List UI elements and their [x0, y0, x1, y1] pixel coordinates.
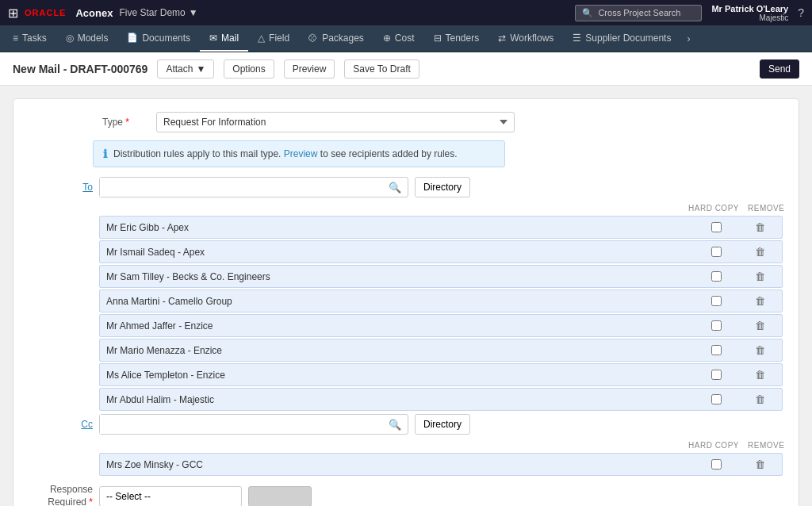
to-row: To 🔍 Directory	[29, 177, 783, 197]
cc-input[interactable]	[100, 415, 382, 434]
to-recipient-3-remove[interactable]: 🗑	[752, 293, 768, 309]
nav-item-tenders[interactable]: ⊟ Tenders	[424, 25, 489, 52]
to-recipient-3: Anna Martini - Camello Group 🗑	[99, 289, 783, 312]
to-recipient-0-checkbox[interactable]	[711, 222, 722, 232]
nav-item-cost[interactable]: ⊕ Cost	[373, 25, 424, 52]
to-recipient-0-remove[interactable]: 🗑	[752, 220, 768, 235]
user-sub: Majestic	[711, 13, 788, 22]
cc-section: Cc 🔍 Directory HARD COPY REMOVE Mrs Zoe …	[29, 414, 783, 476]
nav-item-supplier[interactable]: ☰ Supplier Documents	[563, 25, 680, 52]
top-bar: ⊞ ORACLE Aconex Five Star Demo ▼ 🔍 Cross…	[0, 0, 812, 25]
grid-menu-icon[interactable]: ⊞	[8, 6, 18, 21]
supplier-label: Supplier Documents	[585, 33, 671, 44]
preview-button[interactable]: Preview	[284, 59, 335, 79]
save-draft-button[interactable]: Save To Draft	[344, 59, 419, 79]
to-search-icon: 🔍	[382, 182, 408, 194]
cc-label[interactable]: Cc	[81, 414, 93, 430]
to-remove-header: REMOVE	[748, 204, 779, 213]
to-recipient-1-checkbox[interactable]	[711, 247, 722, 257]
mail-icon: ✉	[209, 33, 217, 44]
cost-icon: ⊕	[383, 33, 391, 44]
to-recipient-1-remove[interactable]: 🗑	[752, 244, 768, 259]
type-select[interactable]: Request For Information General Correspo…	[156, 112, 515, 132]
form-card: Type Request For Information General Cor…	[13, 98, 799, 506]
info-preview-link[interactable]: Preview	[284, 148, 318, 159]
nav-more[interactable]: ›	[680, 25, 696, 52]
response-date-input[interactable]	[248, 486, 312, 506]
options-button[interactable]: Options	[224, 59, 274, 79]
info-banner: ℹ Distribution rules apply to this mail …	[93, 140, 505, 167]
nav-item-models[interactable]: ◎ Models	[56, 25, 118, 52]
attach-label: Attach	[166, 63, 193, 75]
cc-hard-copy-header: HARD COPY	[686, 441, 741, 450]
nav-item-field[interactable]: △ Field	[248, 25, 299, 52]
top-bar-right: 🔍 Cross Project Search Mr Patrick O'Lear…	[575, 4, 804, 22]
nav-item-packages[interactable]: ⛒ Packages	[299, 25, 373, 52]
to-recipient-4: Mr Ahmed Jaffer - Enzice 🗑	[99, 314, 783, 337]
tasks-icon: ≡	[13, 33, 18, 44]
to-recipient-2-checkbox[interactable]	[711, 271, 722, 282]
field-label: Field	[269, 33, 289, 44]
nav-item-tasks[interactable]: ≡ Tasks	[3, 25, 56, 52]
cc-recipient-0-checkbox[interactable]	[711, 459, 722, 470]
nav-item-mail[interactable]: ✉ Mail	[200, 25, 248, 52]
to-recipient-0: Mr Eric Gibb - Apex 🗑	[99, 216, 783, 239]
to-recipient-1: Mr Ismail Sadeq - Apex 🗑	[99, 240, 783, 263]
documents-label: Documents	[142, 33, 190, 44]
response-required-select[interactable]: -- Select -- Yes No	[99, 486, 242, 506]
to-hard-copy-header: HARD COPY	[686, 204, 741, 213]
attach-button[interactable]: Attach ▼	[157, 59, 214, 79]
search-icon: 🔍	[582, 8, 593, 18]
nav-item-workflows[interactable]: ⇄ Workflows	[488, 25, 563, 52]
to-recipient-5: Mr Mario Menazza - Enzice 🗑	[99, 339, 783, 362]
info-text: Distribution rules apply to this mail ty…	[113, 148, 458, 159]
to-table-area: HARD COPY REMOVE Mr Eric Gibb - Apex 🗑 M…	[99, 202, 783, 411]
to-recipient-5-remove[interactable]: 🗑	[752, 343, 768, 358]
to-recipient-2: Mr Sam Tilley - Becks & Co. Engineers 🗑	[99, 265, 783, 288]
to-recipient-4-remove[interactable]: 🗑	[752, 318, 768, 333]
user-name: Mr Patrick O'Leary	[711, 4, 788, 13]
search-box[interactable]: 🔍 Cross Project Search	[575, 5, 702, 21]
to-label[interactable]: To	[82, 177, 93, 193]
to-recipient-5-checkbox[interactable]	[711, 345, 722, 355]
to-recipient-3-checkbox[interactable]	[711, 296, 722, 306]
tasks-label: Tasks	[22, 33, 47, 44]
to-recipient-2-remove[interactable]: 🗑	[752, 269, 768, 284]
to-input[interactable]	[100, 178, 382, 197]
help-icon[interactable]: ?	[798, 6, 804, 19]
to-input-wrap: 🔍	[99, 177, 408, 197]
to-recipient-6-checkbox[interactable]	[711, 370, 722, 380]
models-label: Models	[78, 33, 109, 44]
workflows-label: Workflows	[510, 33, 553, 44]
cc-remove-header: REMOVE	[748, 441, 779, 450]
to-recipient-7: Mr Abdul Halim - Majestic 🗑	[99, 388, 783, 411]
page-title: New Mail - DRAFT-000769	[13, 63, 147, 75]
cc-search-icon: 🔍	[382, 419, 408, 431]
cost-label: Cost	[395, 33, 415, 44]
workflows-icon: ⇄	[498, 33, 506, 44]
cc-recipient-0-remove[interactable]: 🗑	[752, 457, 768, 472]
to-recipient-7-remove[interactable]: 🗑	[752, 392, 768, 407]
nav-item-documents[interactable]: 📄 Documents	[117, 25, 200, 52]
app-name: Aconex	[75, 7, 113, 19]
to-section: To 🔍 Directory HARD COPY REMOVE Mr Eric …	[29, 177, 783, 411]
mail-label: Mail	[221, 33, 239, 44]
project-chevron-icon[interactable]: ▼	[189, 7, 198, 18]
cc-directory-button[interactable]: Directory	[415, 414, 470, 435]
cc-recipient-0: Mrs Zoe Minsky - GCC 🗑	[99, 453, 783, 476]
cc-row: Cc 🔍 Directory	[29, 414, 783, 435]
documents-icon: 📄	[127, 33, 138, 43]
to-recipient-6-remove[interactable]: 🗑	[752, 367, 768, 382]
supplier-icon: ☰	[573, 33, 581, 44]
type-row: Type Request For Information General Cor…	[29, 112, 783, 132]
oracle-logo: ORACLE	[25, 8, 66, 17]
to-recipient-4-checkbox[interactable]	[711, 320, 722, 331]
send-button[interactable]: Send	[760, 59, 799, 79]
to-directory-button[interactable]: Directory	[415, 177, 470, 197]
page-header: New Mail - DRAFT-000769 Attach ▼ Options…	[0, 52, 812, 86]
attach-chevron-icon: ▼	[196, 63, 205, 75]
to-recipient-6: Ms Alice Templeton - Enzice 🗑	[99, 363, 783, 386]
to-recipient-7-checkbox[interactable]	[711, 394, 722, 404]
packages-icon: ⛒	[308, 33, 318, 44]
type-label: Type	[102, 117, 150, 128]
